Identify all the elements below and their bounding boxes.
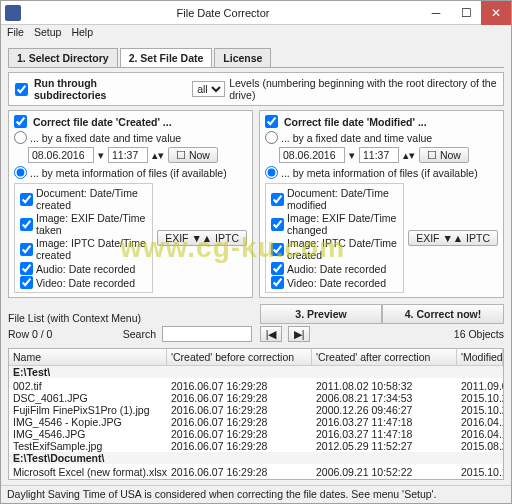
- search-label: Search: [123, 328, 156, 340]
- file-list-label: File List (with Context Menu): [8, 312, 252, 324]
- row-counter: Row 0 / 0: [8, 328, 52, 340]
- modified-meta-list: Document: Date/Time modified Image: EXIF…: [265, 183, 404, 293]
- correct-now-button[interactable]: 4. Correct now!: [382, 304, 504, 324]
- table-row[interactable]: TestExifSample.jpg2016.06.07 16:29:28201…: [9, 440, 503, 452]
- window-title: File Date Corrector: [25, 7, 421, 19]
- table-row[interactable]: E:\Test\Document\: [9, 452, 503, 464]
- col-name[interactable]: Name: [9, 349, 167, 365]
- modified-now-button[interactable]: ☐ Now: [419, 147, 469, 163]
- modified-fixed-radio[interactable]: ... by a fixed date and time value: [265, 131, 498, 144]
- app-icon: [5, 5, 21, 21]
- maximize-button[interactable]: ☐: [451, 1, 481, 25]
- close-button[interactable]: ✕: [481, 1, 511, 25]
- modified-panel: Correct file date 'Modified' ... ... by …: [259, 110, 504, 298]
- modified-meta-exif[interactable]: Image: EXIF Date/Time changed: [271, 212, 398, 236]
- created-meta-radio[interactable]: ... by meta information of files (if ava…: [14, 166, 247, 179]
- subdir-group: Run through subdirectories all Levels (n…: [8, 72, 504, 106]
- created-exif-iptc-button[interactable]: EXIF ▼▲ IPTC: [157, 230, 247, 246]
- modified-meta-iptc[interactable]: Image: IPTC Date/Time created: [271, 237, 398, 261]
- app-window: File Date Corrector ─ ☐ ✕ File Setup Hel…: [0, 0, 512, 504]
- modified-meta-audio[interactable]: Audio: Date recorded: [271, 262, 398, 275]
- menu-file[interactable]: File: [7, 26, 24, 42]
- menubar: File Setup Help: [1, 25, 511, 43]
- created-date-input[interactable]: [28, 147, 94, 163]
- modified-meta-video[interactable]: Video: Date recorded: [271, 276, 398, 289]
- created-fixed-radio[interactable]: ... by a fixed date and time value: [14, 131, 247, 144]
- modified-exif-iptc-button[interactable]: EXIF ▼▲ IPTC: [408, 230, 498, 246]
- tab-set-file-date[interactable]: 2. Set File Date: [120, 48, 213, 67]
- table-row[interactable]: Microsoft Excel (new format).xlsx2016.06…: [9, 466, 503, 478]
- objects-count: 16 Objects: [454, 328, 504, 340]
- levels-select[interactable]: all: [192, 81, 225, 97]
- created-meta-iptc[interactable]: Image: IPTC Date/Time created: [20, 237, 147, 261]
- minimize-button[interactable]: ─: [421, 1, 451, 25]
- search-next-button[interactable]: ▶|: [288, 326, 310, 342]
- modified-meta-doc[interactable]: Document: Date/Time modified: [271, 187, 398, 211]
- table-row[interactable]: 002.tif2016.06.07 16:29:282011.08.02 10:…: [9, 380, 503, 392]
- preview-button[interactable]: 3. Preview: [260, 304, 382, 324]
- titlebar: File Date Corrector ─ ☐ ✕: [1, 1, 511, 25]
- correct-created-checkbox[interactable]: Correct file date 'Created' ...: [14, 115, 247, 128]
- chevron-down-icon[interactable]: ▾: [98, 149, 104, 161]
- col-modified[interactable]: 'Modified': [457, 349, 503, 365]
- created-panel: Correct file date 'Created' ... ... by a…: [8, 110, 253, 298]
- tab-strip: 1. Select Directory 2. Set File Date Lic…: [8, 48, 504, 68]
- spinner-icon[interactable]: ▴▾: [152, 149, 164, 161]
- table-row[interactable]: IMG_4546 - Kopie.JPG2016.06.07 16:29:282…: [9, 416, 503, 428]
- created-meta-list: Document: Date/Time created Image: EXIF …: [14, 183, 153, 293]
- correct-modified-checkbox[interactable]: Correct file date 'Modified' ...: [265, 115, 498, 128]
- table-row[interactable]: DSC_4061.JPG2016.06.07 16:29:282006.08.2…: [9, 392, 503, 404]
- levels-label: Levels (numbering beginning with the roo…: [229, 77, 497, 101]
- created-meta-video[interactable]: Video: Date recorded: [20, 276, 147, 289]
- table-row[interactable]: FujiFilm FinePixS1Pro (1).jpg2016.06.07 …: [9, 404, 503, 416]
- col-created-after[interactable]: 'Created' after correction: [312, 349, 457, 365]
- created-time-input[interactable]: [108, 147, 148, 163]
- modified-time-input[interactable]: [359, 147, 399, 163]
- search-input[interactable]: [162, 326, 252, 342]
- modified-date-input[interactable]: [279, 147, 345, 163]
- tab-select-directory[interactable]: 1. Select Directory: [8, 48, 118, 67]
- run-subdirs-checkbox[interactable]: Run through subdirectories: [15, 77, 157, 101]
- menu-setup[interactable]: Setup: [34, 26, 61, 42]
- tab-license[interactable]: License: [214, 48, 271, 67]
- table-row[interactable]: IMG_4546.JPG2016.06.07 16:29:282016.03.2…: [9, 428, 503, 440]
- created-meta-exif[interactable]: Image: EXIF Date/Time taken: [20, 212, 147, 236]
- created-now-button[interactable]: ☐ Now: [168, 147, 218, 163]
- modified-meta-radio[interactable]: ... by meta information of files (if ava…: [265, 166, 498, 179]
- spinner-icon[interactable]: ▴▾: [403, 149, 415, 161]
- table-row[interactable]: Microsoft Excel (old format).xls2016.06.…: [9, 478, 503, 480]
- col-created-before[interactable]: 'Created' before correction: [167, 349, 312, 365]
- statusbar: Daylight Saving Time of USA is considere…: [1, 485, 511, 503]
- created-meta-doc[interactable]: Document: Date/Time created: [20, 187, 147, 211]
- file-table[interactable]: Name 'Created' before correction 'Create…: [8, 348, 504, 480]
- chevron-down-icon[interactable]: ▾: [349, 149, 355, 161]
- created-meta-audio[interactable]: Audio: Date recorded: [20, 262, 147, 275]
- search-prev-button[interactable]: |◀: [260, 326, 282, 342]
- table-row[interactable]: E:\Test\: [9, 366, 503, 378]
- menu-help[interactable]: Help: [71, 26, 93, 42]
